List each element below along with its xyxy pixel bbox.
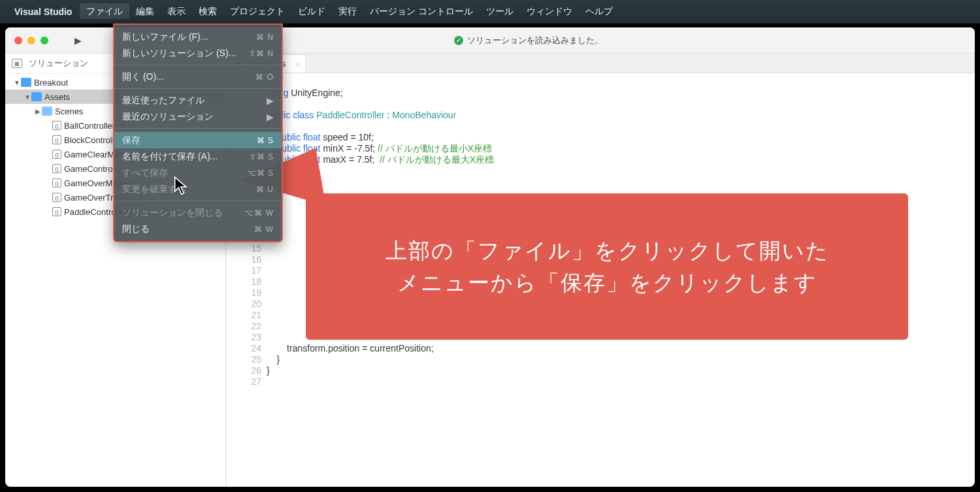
- zoom-window-button[interactable]: [41, 37, 48, 44]
- chevron-down-icon: ▼: [24, 93, 31, 101]
- callout-line: メニューから「保存」をクリックします: [397, 267, 817, 299]
- tree-label: Scenes: [55, 107, 83, 116]
- menu-編集[interactable]: 編集: [129, 3, 161, 19]
- menu-ツール[interactable]: ツール: [480, 3, 520, 19]
- menu-open[interactable]: 開く (O)...⌘ O: [114, 69, 282, 85]
- chevron-right-icon: ▶: [267, 95, 274, 106]
- csharp-file-icon: {}: [52, 150, 61, 159]
- chevron-right-icon: ▶: [267, 112, 274, 122]
- csharp-file-icon: {}: [52, 178, 61, 188]
- tree-label: Assets: [44, 92, 70, 102]
- solution-icon: ▦: [12, 59, 22, 68]
- chevron-down-icon: ▼: [13, 79, 21, 86]
- minimize-window-button[interactable]: [27, 37, 35, 44]
- editor-tabs: eController.cs ○: [226, 54, 975, 73]
- callout-line: 上部の「ファイル」をクリックして開いた: [385, 235, 829, 267]
- menu-バージョン コントロール[interactable]: バージョン コントロール: [363, 3, 480, 19]
- menu-表示[interactable]: 表示: [161, 3, 192, 19]
- csharp-file-icon: {}: [52, 193, 61, 202]
- close-tab-icon[interactable]: ○: [295, 59, 300, 69]
- menu-new-solution[interactable]: 新しいソリューション (S)...⇧⌘ N: [114, 45, 282, 61]
- tree-label: Breakout: [34, 78, 68, 88]
- menu-検索[interactable]: 検索: [192, 3, 223, 19]
- app-name[interactable]: Visual Studio: [14, 7, 72, 17]
- macos-menubar: Visual Studio ファイル編集表示検索プロジェクトビルド実行バージョン…: [0, 0, 980, 24]
- menu-close-solution[interactable]: ソリューションを閉じる⌥⌘ W: [114, 205, 282, 221]
- csharp-file-icon: {}: [52, 164, 61, 173]
- project-icon: [21, 78, 31, 87]
- menu-実行[interactable]: 実行: [332, 3, 363, 19]
- menu-close[interactable]: 閉じる⌘ W: [114, 221, 282, 237]
- menu-save[interactable]: 保存⌘ S: [114, 132, 282, 148]
- mouse-cursor-icon: [174, 176, 189, 199]
- csharp-file-icon: {}: [52, 207, 61, 216]
- menu-save-all[interactable]: すべて保存⌥⌘ S: [114, 165, 282, 181]
- menu-recent-solutions[interactable]: 最近のソリューション▶: [114, 108, 282, 125]
- csharp-file-icon: {}: [52, 135, 61, 144]
- menu-ビルド[interactable]: ビルド: [291, 3, 332, 19]
- annotation-callout: 上部の「ファイル」をクリックして開いた メニューから「保存」をクリックします: [306, 193, 908, 340]
- csharp-file-icon: {}: [52, 121, 61, 130]
- close-window-button[interactable]: [14, 37, 22, 44]
- menu-save-as[interactable]: 名前を付けて保存 (A)...⇧⌘ S: [114, 148, 282, 165]
- menu-ウィンドウ[interactable]: ウィンドウ: [520, 3, 579, 19]
- folder-icon: [31, 92, 42, 101]
- chevron-right-icon: ▶: [34, 108, 42, 115]
- file-menu: 新しいファイル (F)...⌘ N 新しいソリューション (S)...⇧⌘ N …: [113, 24, 283, 242]
- menu-new-file[interactable]: 新しいファイル (F)...⌘ N: [114, 29, 282, 45]
- check-icon: ✓: [454, 36, 463, 45]
- sidebar-title: ソリューション: [29, 57, 88, 69]
- menu-recent-files[interactable]: 最近使ったファイル▶: [114, 92, 282, 108]
- menu-ヘルプ[interactable]: ヘルプ: [579, 3, 619, 19]
- menu-revert[interactable]: 変更を破棄する⌘ U: [114, 181, 282, 197]
- window-controls: [14, 37, 48, 44]
- menu-プロジェクト[interactable]: プロジェクト: [223, 3, 291, 19]
- folder-icon: [42, 107, 52, 116]
- menu-ファイル[interactable]: ファイル: [80, 3, 129, 19]
- status-text: ソリューションを読み込みました。: [467, 35, 603, 46]
- run-button[interactable]: ▶: [74, 35, 82, 46]
